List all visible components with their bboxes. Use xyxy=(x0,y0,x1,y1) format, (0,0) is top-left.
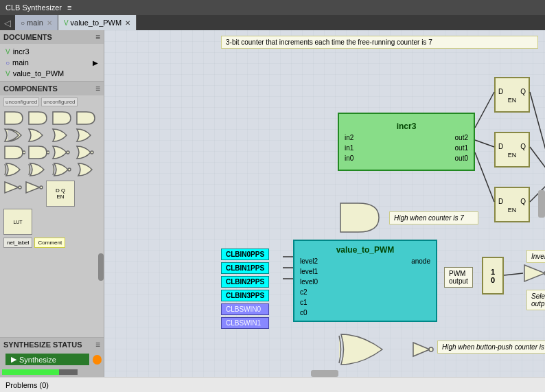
docs-list: V incr3 ○ main ▶ V value_to_PWM xyxy=(0,44,104,81)
or-gate-3[interactable] xyxy=(51,128,73,143)
clb-input-2[interactable]: CLBIN2PPS xyxy=(221,276,269,288)
canvas-scroll-down[interactable] xyxy=(311,370,338,377)
mux-block[interactable]: 1 0 xyxy=(482,257,504,295)
inverter-1[interactable] xyxy=(3,181,23,194)
tab-value-to-pwm[interactable]: V value_to_PWM ✕ xyxy=(58,15,137,30)
canvas-area[interactable]: 3-bit counter that increments each time … xyxy=(104,30,545,377)
documents-icon[interactable]: ≡ xyxy=(95,32,100,42)
documents-section: DOCUMENTS ≡ V incr3 ○ main ▶ V value_to_… xyxy=(0,30,104,81)
synthesize-icon[interactable]: ≡ xyxy=(95,340,100,349)
or-gate-2[interactable] xyxy=(27,128,49,143)
canvas-scroll-right[interactable] xyxy=(538,190,545,218)
svg-point-4 xyxy=(68,168,71,171)
xor-gate-1[interactable] xyxy=(3,162,25,177)
svg-point-6 xyxy=(19,186,21,189)
and-gate-2[interactable] xyxy=(27,111,49,126)
dff2-en-label: EN xyxy=(508,152,517,159)
tab-main-label: main xyxy=(27,19,43,27)
pwm-c0: c0 xyxy=(300,309,318,316)
dff-2[interactable]: D Q EN xyxy=(494,132,530,168)
incr3-out1: out1 xyxy=(455,144,468,152)
doc-incr3-label: incr3 xyxy=(13,47,30,56)
problems-label: Problems (0) xyxy=(5,381,49,389)
svg-marker-5 xyxy=(5,182,19,193)
pwm-title: value_to_PWM xyxy=(300,245,430,255)
and-gate-4[interactable] xyxy=(76,111,97,126)
tab-pwm-close[interactable]: ✕ xyxy=(125,19,130,27)
tabbar: ◁ ○ main ✕ V value_to_PWM ✕ xyxy=(0,15,545,30)
svg-marker-10 xyxy=(524,265,545,281)
xnor-gate-2[interactable] xyxy=(76,162,97,177)
tab-left-arrow[interactable]: ◁ xyxy=(0,15,15,30)
dff-1[interactable]: D Q EN xyxy=(494,77,530,113)
incr3-in2: in2 xyxy=(345,134,353,141)
unconfig-row: unconfigured unconfigured xyxy=(0,95,104,108)
pwm-block[interactable]: value_to_PWM level2 level1 level0 c2 c1 … xyxy=(293,240,437,322)
nor-gate-2[interactable] xyxy=(76,145,97,160)
tab-main-close[interactable]: ✕ xyxy=(47,19,52,27)
clb-input-4[interactable]: CLBSWIN0 xyxy=(221,303,269,315)
incr3-title: incr3 xyxy=(345,122,468,131)
and-gate-3[interactable] xyxy=(51,111,73,126)
inverter-2[interactable] xyxy=(25,181,44,194)
incr3-in0: in0 xyxy=(345,154,353,162)
incr3-out2: out2 xyxy=(455,134,468,141)
or-gate-4[interactable] xyxy=(76,128,97,143)
incr3-block[interactable]: incr3 in2 in1 in0 out2 out1 out0 xyxy=(338,113,475,171)
progress-bar-fill xyxy=(2,369,59,375)
doc-main-arrow[interactable]: ▶ xyxy=(93,59,98,67)
or-gate-1[interactable] xyxy=(3,128,25,143)
incr3-ports-left: in2 in1 in0 xyxy=(345,134,353,162)
components-header: COMPONENTS ≡ xyxy=(0,82,104,95)
documents-title: DOCUMENTS xyxy=(3,33,52,41)
nor-gate-1[interactable] xyxy=(51,145,73,160)
doc-item-main[interactable]: ○ main ▶ xyxy=(0,57,104,68)
dff-component[interactable]: D Q EN xyxy=(46,181,75,207)
svg-point-2 xyxy=(67,151,69,154)
sidebar-scroll-handle[interactable] xyxy=(98,253,104,281)
dff-3[interactable]: D Q EN xyxy=(494,187,530,222)
doc-incr3-icon: V xyxy=(5,48,10,56)
clb-input-3[interactable]: CLBIN3PPS xyxy=(221,290,269,301)
clb-input-0[interactable]: CLBIN0PPS xyxy=(221,249,269,260)
comment-component[interactable]: Comment xyxy=(34,238,65,248)
invert-label: Invert to drive active low LED xyxy=(526,250,545,263)
tab-main-icon: ○ xyxy=(21,19,25,27)
doc-main-label: main xyxy=(12,58,29,67)
hamburger-icon[interactable]: ≡ xyxy=(67,3,71,12)
tab-pwm-label: value_to_PWM xyxy=(71,19,122,27)
dff2-d-label: D xyxy=(498,143,503,150)
tab-pwm-icon: V xyxy=(64,19,69,27)
doc-main-icon: ○ xyxy=(5,59,10,67)
doc-item-incr3[interactable]: V incr3 xyxy=(0,46,104,57)
doc-pwm-label: value_to_PWM xyxy=(13,69,65,78)
net-label-component[interactable]: net_label xyxy=(3,238,32,248)
components-title: COMPONENTS xyxy=(3,84,58,93)
inverter-gate[interactable] xyxy=(523,264,545,283)
nand-gate-2[interactable] xyxy=(27,145,49,160)
clb-input-1[interactable]: CLBIN1PPS xyxy=(221,262,269,274)
svg-point-8 xyxy=(40,186,43,189)
synthesize-section: SYNTHESIZE STATUS ≡ ▶ Synthesize xyxy=(0,337,104,377)
clb-inputs: CLBIN0PPS CLBIN1PPS CLBIN2PPS CLBIN3PPS … xyxy=(221,249,269,329)
documents-header: DOCUMENTS ≡ xyxy=(0,30,104,44)
counter7-gate[interactable] xyxy=(338,200,386,235)
pwm-level2: level2 xyxy=(300,257,318,265)
lut-component[interactable]: LUT xyxy=(3,209,32,235)
xnor-gate-1[interactable] xyxy=(51,162,73,177)
doc-item-value-to-pwm[interactable]: V value_to_PWM xyxy=(0,68,104,79)
pwm-output-label: PWM output xyxy=(444,267,473,288)
and-gate-1[interactable] xyxy=(3,111,25,126)
tab-main[interactable]: ○ main ✕ xyxy=(15,15,58,30)
synthesize-label: Synthesize xyxy=(19,356,56,364)
progress-bar-container xyxy=(2,369,78,375)
synthesize-button[interactable]: ▶ Synthesize xyxy=(5,354,89,365)
components-icon[interactable]: ≡ xyxy=(95,84,100,93)
nand-gate-1[interactable] xyxy=(3,145,25,160)
button-counter-inverter[interactable] xyxy=(412,341,434,358)
button-counter-gate[interactable] xyxy=(338,332,406,367)
utility-comp-row: net_label Comment xyxy=(0,236,104,249)
clb-input-5[interactable]: CLBSWIN1 xyxy=(221,317,269,329)
xor-gate-2[interactable] xyxy=(27,162,49,177)
pwm-level0: level0 xyxy=(300,278,318,286)
